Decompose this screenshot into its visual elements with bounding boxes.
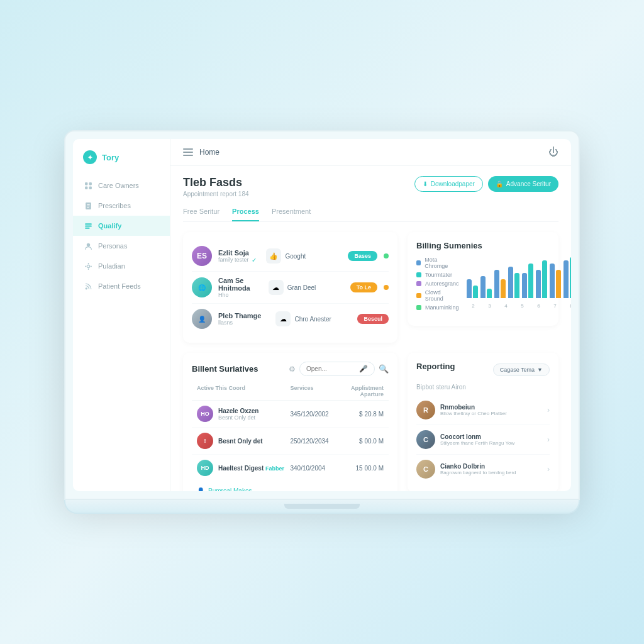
- settings-icon: [83, 261, 93, 271]
- mic-icon[interactable]: 🎤: [359, 365, 368, 373]
- tab-process[interactable]: Process: [232, 208, 259, 221]
- patient-avatar-1: ES: [192, 246, 212, 266]
- power-icon[interactable]: ⏻: [548, 147, 558, 158]
- expand-icon-1[interactable]: ›: [547, 406, 550, 414]
- bar: [487, 289, 492, 298]
- tab-presentment[interactable]: Presentment: [272, 208, 311, 221]
- report-item-1: R Rnmobeiun Bllow theltray or Cheo Platb…: [416, 396, 550, 425]
- advance-button[interactable]: 🔒 Advance Seritur: [488, 176, 558, 192]
- patient-info-1: Ezlit Soja family tester ✓: [218, 249, 260, 264]
- page-title-group: Tleb Fasds Appointment report 184: [183, 176, 249, 197]
- legend-item-2: Tourmtater: [416, 272, 459, 278]
- billing-row: HO Hazele Oxzen Besnt Only det 345/120/2…: [192, 401, 389, 428]
- legend-dot-purple: [416, 281, 421, 286]
- sidebar-item-puladian[interactable]: Puladian: [73, 256, 170, 276]
- expand-icon-2[interactable]: ›: [547, 435, 550, 444]
- bar-group-6: [536, 260, 547, 298]
- create-report-button[interactable]: Cagase Tema ▼: [493, 364, 550, 376]
- report-avatar-1: R: [416, 401, 435, 419]
- billing-list-title: Billent Suriatives: [192, 364, 258, 374]
- billing-patient-info-1: Hazele Oxzen Besnt Only det: [218, 408, 258, 421]
- status-badge-3: Bescul: [357, 314, 389, 324]
- legend-item-5: Manuminking: [416, 304, 459, 311]
- doctor-info-2: ☁ Gran Deel: [269, 280, 344, 295]
- doctor-name-3: Chro Anester: [294, 316, 331, 323]
- app-container: ✦ Tory Care Owners: [73, 139, 571, 491]
- billing-patient-info-3: Haeltest Digest Fabber: [218, 465, 284, 472]
- tabs: Free Seritur Process Presentment: [183, 208, 558, 222]
- report-item-3: C Cianko Dolbrin Bagrowm bagnerd to beni…: [416, 455, 550, 484]
- billing-patient-info-2: Besnt Only det: [218, 438, 263, 445]
- add-patient-button[interactable]: 👤 Pumroal Makos: [192, 481, 389, 491]
- filter-icon[interactable]: ⚙: [289, 365, 296, 374]
- billing-link[interactable]: Fabber: [265, 465, 284, 472]
- app-logo-icon: ✦: [83, 150, 97, 164]
- legend-dot-green: [416, 305, 421, 310]
- search-icon[interactable]: 🔍: [379, 364, 389, 374]
- bar: [564, 260, 569, 298]
- bar: [550, 264, 555, 298]
- page-subtitle: Appointment report 184: [183, 191, 249, 197]
- svg-point-11: [86, 243, 89, 246]
- download-button[interactable]: ⬇ Downloadpaper: [414, 176, 483, 192]
- two-col-main: ES Ezlit Soja family tester ✓: [183, 232, 558, 343]
- legend-dot-teal: [416, 272, 421, 277]
- sidebar-item-care-owners[interactable]: Care Owners: [73, 175, 170, 196]
- svg-point-13: [85, 287, 87, 289]
- svg-rect-0: [85, 182, 87, 185]
- add-icon: 👤: [197, 487, 204, 491]
- doctor-name-2: Gran Deel: [287, 284, 316, 291]
- chart-xaxis: 2 3 4 5 6 7 8 16: [467, 303, 571, 309]
- menu-icon[interactable]: [183, 148, 193, 156]
- bar: [556, 270, 561, 298]
- report-item-2: C Coocort Ionm Stllyeem thane Fertih Ran…: [416, 425, 550, 455]
- patients-section: ES Ezlit Soja family tester ✓: [183, 232, 397, 343]
- sidebar-item-qualify[interactable]: Qualify: [73, 216, 170, 236]
- sidebar-item-personas[interactable]: Personas: [73, 236, 170, 256]
- bar: [494, 270, 499, 298]
- svg-point-12: [87, 265, 89, 267]
- bar: [501, 279, 506, 298]
- billing-patient-2: ! Besnt Only det: [197, 433, 291, 449]
- doctor-info-1: 👍 Googht: [266, 248, 341, 264]
- laptop-wrapper: ✦ Tory Care Owners: [64, 130, 580, 514]
- svg-rect-3: [89, 186, 91, 189]
- billing-table-header: Active This Coord Services Applistment A…: [192, 382, 389, 401]
- bar-group-1: [467, 279, 478, 298]
- patient-avatar-2: 🌐: [192, 277, 212, 297]
- patient-name-1: Ezlit Soja: [218, 249, 260, 257]
- billing-avatar-3: HD: [197, 460, 213, 476]
- patient-row: 👤 Pleb Thamge llasns ☁: [192, 304, 389, 334]
- doctor-icon-2: ☁: [269, 280, 284, 295]
- billing-list-section: Billent Suriatives ⚙ 🎤 🔍: [183, 353, 397, 491]
- bar: [570, 257, 571, 298]
- bar: [522, 273, 527, 298]
- laptop-base: [64, 500, 580, 514]
- chevron-down-icon: ▼: [537, 367, 543, 373]
- search-box: 🎤: [299, 362, 375, 376]
- patient-sub-2: Hho: [218, 292, 262, 298]
- billing-table: Active This Coord Services Applistment A…: [192, 382, 389, 481]
- patient-sub-3: llasns: [218, 319, 269, 326]
- content-area: Tleb Fasds Appointment report 184 ⬇ Down…: [170, 166, 571, 491]
- bar-group-2: [480, 276, 492, 298]
- bar: [536, 270, 541, 298]
- sidebar-item-prescribes[interactable]: Prescribes: [73, 196, 170, 216]
- legend-dot-blue: [416, 260, 421, 265]
- expand-icon-3[interactable]: ›: [547, 465, 550, 474]
- sidebar-nav: Care Owners Prescribes: [73, 175, 170, 296]
- bottom-section: Billent Suriatives ⚙ 🎤 🔍: [183, 353, 558, 491]
- header-actions: ⬇ Downloadpaper 🔒 Advance Seritur: [414, 176, 558, 192]
- main-content: Home ⏻ Tleb Fasds Appointment report 184: [170, 139, 571, 491]
- bar-group-7: [550, 264, 561, 298]
- sidebar-item-patient-feeds[interactable]: Patient Feeds: [73, 276, 170, 296]
- search-input[interactable]: [306, 365, 357, 372]
- bar: [528, 264, 533, 298]
- list-icon: [83, 221, 93, 231]
- svg-rect-10: [85, 227, 90, 228]
- legend-item-1: Mota Chromge: [416, 257, 459, 269]
- svg-rect-9: [85, 225, 92, 226]
- report-info-1: Rnmobeiun Bllow theltray or Cheo Platber: [440, 404, 542, 416]
- page-title: Tleb Fasds: [183, 176, 249, 189]
- tab-free-seritur[interactable]: Free Seritur: [183, 208, 219, 221]
